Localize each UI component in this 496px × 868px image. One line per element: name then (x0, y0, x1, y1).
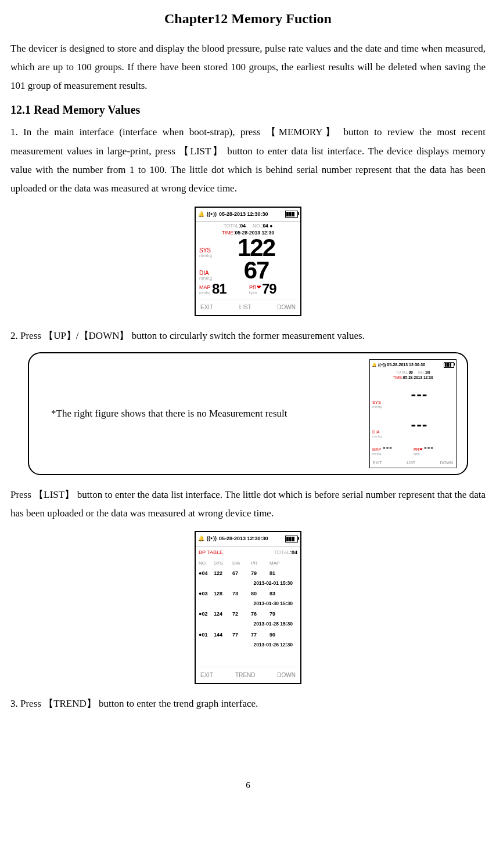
row-map: 90 (269, 630, 288, 640)
row-sys: 122 (214, 569, 232, 578)
row-sys: 128 (214, 589, 232, 599)
total-label: TOTAL (224, 223, 239, 229)
map-value: --- (383, 440, 393, 455)
no-value: 00 (426, 370, 430, 374)
list-button[interactable]: LIST (407, 459, 415, 466)
bp-table-title: BP TABLE (199, 548, 274, 558)
table-row: ●01 144 77 77 90 2013-01-26 12:30 (196, 630, 300, 667)
total-value: 00 (409, 370, 413, 374)
pr-label: PR (249, 284, 257, 290)
dia-row: DIAmmhg 67 (196, 259, 300, 283)
pr-value: 79 (262, 283, 276, 295)
chapter-title: Chapter12 Memory Fuction (10, 6, 486, 32)
bp-table-figure: 🔔 ((⁍)) 05-28-2013 12:30:30 BP TABLE TOT… (195, 531, 301, 683)
map-label: MAP (199, 285, 212, 291)
list-button[interactable]: LIST (239, 302, 251, 313)
table-row: ●03 128 73 80 83 2013-01-30 15:30 (196, 588, 300, 609)
signal-icon: ((⁍)) (378, 361, 386, 368)
map-pr-row: MAPmmhg 81 PR❤bpm 79 (196, 283, 300, 299)
dia-unit: mmhg (372, 435, 385, 439)
time-label: TIME (393, 375, 402, 379)
signal-icon: ((⁍)) (207, 209, 217, 219)
alarm-icon: 🔔 (372, 361, 377, 368)
nav-row: EXIT TREND DOWN (196, 667, 300, 683)
total-value: 04 (292, 549, 297, 555)
sys-label: SYS (372, 400, 385, 405)
nav-row: EXIT LIST DOWN (196, 299, 300, 315)
dia-value: --- (385, 410, 454, 439)
no-value: 04 (263, 223, 268, 229)
status-datetime: 05-28-2013 12:30:30 (219, 209, 268, 219)
down-button[interactable]: DOWN (277, 302, 296, 313)
col-map: MAP (269, 559, 288, 567)
col-dia: DIA (232, 559, 251, 567)
status-bar: 🔔 ((⁍)) 05-28-2013 12:30:30 (196, 532, 300, 546)
row-sys: 144 (214, 630, 232, 640)
row-map: 83 (269, 589, 288, 599)
paragraph-2: 2. Press 【UP】/【DOWN】 button to circularl… (10, 327, 486, 345)
row-sys: 124 (214, 609, 232, 619)
exit-button[interactable]: EXIT (200, 670, 213, 681)
dia-label: DIA (372, 430, 385, 435)
table-row: ●02 124 72 76 79 2013-01-28 15:30 (196, 609, 300, 629)
pr-unit: bpm (249, 291, 262, 295)
uploaded-dot-icon: ● (269, 223, 272, 229)
row-no: 01 (202, 632, 207, 638)
row-no: 04 (202, 570, 207, 576)
paragraph-list: Press 【LIST】 button to enter the data li… (10, 486, 486, 523)
sys-unit: mmhg (199, 254, 215, 259)
exit-button[interactable]: EXIT (373, 459, 382, 466)
no-label: NO. (418, 370, 425, 374)
sys-unit: mmhg (372, 405, 385, 409)
col-pr: PR (251, 559, 269, 567)
battery-icon (285, 536, 298, 542)
row-datetime: 2013-01-28 15:30 (199, 619, 297, 628)
row-datetime: 2013-02-01 15:30 (199, 578, 297, 588)
status-bar: 🔔 ((⁍)) 05-28-2013 12:30:30 (196, 208, 300, 222)
paragraph-3: 3. Press 【TREND】 button to enter the tre… (10, 695, 486, 713)
time-value: 05-28-2013 12:30 (403, 375, 433, 379)
intro-paragraph: The devicer is designed to store and dis… (10, 39, 486, 96)
row-pr: 80 (251, 589, 269, 599)
alarm-icon: 🔔 (198, 534, 204, 544)
heart-icon: ❤ (419, 447, 423, 451)
paragraph-1: 1. In the main interface (interface when… (10, 123, 486, 198)
status-datetime: 05-28-2013 12:30:30 (219, 534, 268, 544)
section-12-1-heading: 12.1 Read Memory Values (10, 99, 486, 121)
battery-icon (285, 211, 298, 218)
no-result-figure: 🔔 ((⁍)) 05-28-2013 12:30:30 TOTAL:00 NO.… (369, 359, 457, 468)
row-dia: 77 (232, 630, 251, 640)
page-number: 6 (10, 777, 486, 794)
row-dia: 72 (232, 609, 251, 619)
row-no: 02 (202, 611, 207, 617)
status-datetime: 05-28-2013 12:30:30 (387, 361, 425, 368)
time-label: TIME (222, 230, 233, 236)
no-result-callout: *The right figure shows that there is no… (28, 352, 468, 475)
row-no: 03 (202, 591, 207, 596)
table-row: ●04 122 67 79 81 2013-02-01 15:30 (196, 568, 300, 588)
callout-text: *The right figure shows that there is no… (51, 404, 362, 423)
trend-button[interactable]: TREND (235, 670, 255, 681)
row-dia: 67 (232, 569, 251, 578)
row-pr: 77 (251, 630, 269, 640)
down-button[interactable]: DOWN (440, 459, 453, 466)
map-label: MAP (372, 447, 383, 452)
map-value: 81 (212, 283, 227, 295)
total-label: TOTAL (396, 370, 407, 374)
battery-icon (444, 362, 454, 368)
dia-value: 67 (215, 259, 297, 281)
alarm-icon: 🔔 (198, 209, 204, 219)
row-pr: 76 (251, 609, 269, 619)
row-datetime: 2013-01-26 12:30 (199, 640, 297, 649)
row-datetime: 2013-01-30 15:30 (199, 599, 297, 608)
map-unit: mmhg (372, 452, 383, 455)
exit-button[interactable]: EXIT (200, 302, 213, 313)
sys-value: 122 (215, 237, 297, 259)
down-button[interactable]: DOWN (277, 670, 296, 681)
row-map: 79 (269, 609, 288, 619)
heart-icon: ❤ (257, 284, 261, 290)
table-header: NO. SYS DIA PR MAP (196, 558, 300, 568)
no-label: NO. (253, 223, 261, 229)
col-no: NO. (199, 559, 214, 567)
row-pr: 79 (251, 569, 269, 578)
